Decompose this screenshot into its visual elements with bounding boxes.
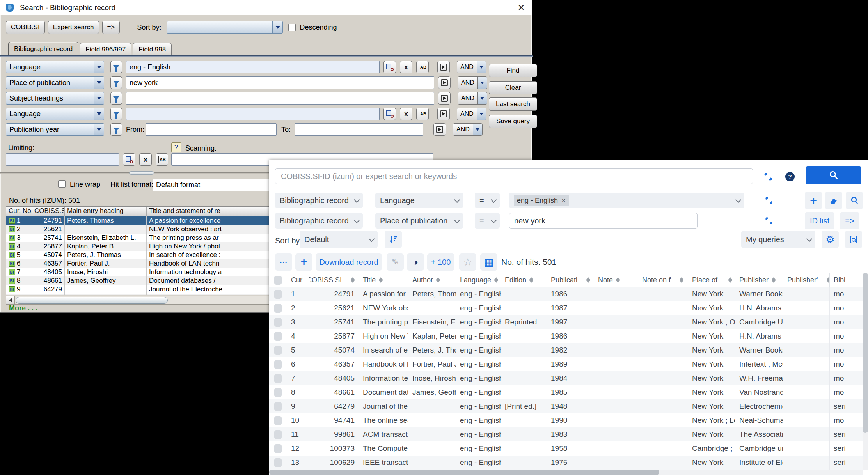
legacy-result-row[interactable]: BI964279Journal of the Electroche [6,285,269,294]
edit-pencil-icon[interactable]: ✎ [387,253,404,271]
modern-vscrollbar[interactable] [863,273,868,470]
clear-field-icon[interactable]: X [400,108,412,120]
field-select-subject[interactable]: Subject headings [6,92,104,105]
col-cur-no[interactable]: Cur. No. [6,207,32,216]
result-row[interactable]: 1199861ACM transactieng - English1983New… [269,427,863,441]
row-checkbox[interactable] [274,430,282,439]
col-main-entry[interactable]: Main entry heading [65,207,147,216]
legacy-result-row[interactable]: BI848661James, GeoffreyDocument database… [6,276,269,285]
row-checkbox[interactable] [274,360,282,369]
col-cobiss-id[interactable]: COBISS.SI-... [32,207,65,216]
saved-query-doc-icon[interactable] [845,231,862,248]
open-list-icon[interactable] [433,123,446,136]
tab-field-998[interactable]: Field 998 [133,43,172,56]
scroll-thumb[interactable] [863,273,868,433]
filter-icon[interactable] [110,76,122,89]
filter-icon[interactable] [110,92,122,105]
legacy-result-row[interactable]: BI646357Fortier, Paul J.Handbook of LAN … [6,259,269,268]
result-row[interactable]: 646357Handbook of lFortier, Paul J.eng -… [269,357,863,371]
value-chip[interactable]: eng - English✕ [514,195,569,206]
legacy-result-row[interactable]: BI124791Peters, ThomasA passion for exce… [6,216,269,225]
close-icon[interactable]: ✕ [515,3,527,13]
and-operator-1[interactable]: AND [457,61,486,73]
scroll-left-icon[interactable] [6,296,15,304]
select-all-checkbox[interactable] [269,273,287,287]
truncate-ab-icon[interactable]: AB [416,108,429,120]
and-operator-4[interactable]: AND [457,108,486,120]
row-checkbox[interactable] [274,290,282,299]
my-queries-select[interactable]: My queries [741,231,815,248]
splitter-handle[interactable] [129,171,154,175]
expand-search-icon[interactable] [761,170,775,183]
row-checkbox[interactable] [274,388,282,397]
row-checkbox[interactable] [274,444,282,453]
open-list-icon[interactable] [438,76,451,89]
result-row[interactable]: 1094741The online seaeng - English1990Ne… [269,413,863,427]
and-operator-3[interactable]: AND [458,92,487,105]
col-publishers[interactable]: Publisher'... [783,273,830,287]
add-record-button[interactable]: + [295,253,312,271]
eraser-icon[interactable] [825,192,842,209]
legacy-result-row[interactable]: BI545074Peters, J. ThomasIn search of ex… [6,251,269,259]
result-row[interactable]: 545074In search of exPeters, J. Thoneng … [269,343,863,357]
result-row[interactable]: 124791A passion for ePeters, Thomaeng - … [269,287,863,301]
expand-filter-icon-2[interactable] [762,214,776,227]
tab-field-996-997[interactable]: Field 996/997 [80,43,131,56]
language-value-input-1[interactable] [126,61,380,73]
field-select-language-1[interactable]: Language [6,61,104,73]
and-operator-2[interactable]: AND [458,76,487,89]
field-select-1[interactable]: Language [375,193,463,208]
result-row[interactable]: 848661Document datJames, Geoffreeng - En… [269,385,863,399]
sort-order-icon[interactable] [385,231,402,248]
search-query-icon[interactable] [846,192,863,209]
legacy-result-row[interactable]: BI325741Eisenstein, Elizabeth L.The prin… [6,234,269,242]
result-row[interactable]: 748405Information teInose, Hiroshieng - … [269,371,863,385]
settings-gear-icon[interactable]: ⚙ [822,231,839,248]
result-row[interactable]: 964279Journal of theeng - English[Print … [269,399,863,413]
lookup-icon[interactable] [383,108,396,120]
limiting-input[interactable] [6,153,119,166]
col-author[interactable]: Author [408,273,456,287]
lookup-icon[interactable] [123,153,135,166]
field-select-2[interactable]: Place of publication [375,213,463,229]
col-title-statement[interactable]: Title and statement of re [147,207,269,216]
favorite-star-icon[interactable]: ☆ [459,253,476,271]
more-link[interactable]: More . . . [9,304,37,312]
row-checkbox[interactable] [274,402,282,411]
open-list-icon[interactable] [437,108,450,120]
download-record-button[interactable]: Download record [316,253,382,271]
legacy-result-row[interactable]: BI1094741The online searcher / ed [6,294,269,295]
search-input[interactable] [275,168,753,184]
sort-by-select[interactable] [167,21,283,34]
col-edition[interactable]: Edition [501,273,547,287]
result-row[interactable]: 13100629IEEE transacticeng - English1975… [269,456,863,470]
expert-search-button[interactable]: Expert search [48,21,99,34]
row-checkbox[interactable] [274,458,282,467]
more-actions-button[interactable]: ··· [275,253,292,271]
result-row[interactable]: 12100373The Computereng - English1958Cam… [269,441,863,456]
table-view-icon[interactable]: ▦ [480,253,497,271]
add-filter-icon[interactable]: + [805,192,822,209]
scroll-thumb[interactable] [16,297,168,304]
result-row[interactable]: 325741The printing pEisenstein, Elizeng … [269,315,863,329]
expand-filter-icon-1[interactable] [762,194,776,207]
record-type-select-2[interactable]: Bibliographic record [275,213,363,229]
filter-icon[interactable] [110,108,122,120]
chip-remove-icon[interactable]: ✕ [561,197,566,204]
result-row[interactable]: 425877High on New YKaplan, Peter Beng - … [269,329,863,343]
clear-button[interactable]: Clear [489,81,537,94]
value-combo-1[interactable]: eng - English✕ [509,193,744,208]
help-icon[interactable]: ? [171,142,181,152]
col-note[interactable]: Note [594,273,638,287]
record-type-select-1[interactable]: Bibliographic record [275,193,363,208]
view-eye-icon[interactable]: ◑ [407,253,424,271]
col-note-on-f[interactable]: Note on f... [638,273,688,287]
legacy-hscrollbar[interactable] [6,296,270,305]
row-checkbox[interactable] [274,318,282,327]
open-list-icon[interactable] [437,61,450,73]
row-checkbox[interactable] [274,304,282,313]
open-list-icon[interactable] [438,92,451,105]
operator-select-1[interactable]: = [475,193,500,208]
operator-select-2[interactable]: = [475,213,500,229]
legacy-result-row[interactable]: BI748405Inose, HiroshiInformation techno… [6,268,269,276]
